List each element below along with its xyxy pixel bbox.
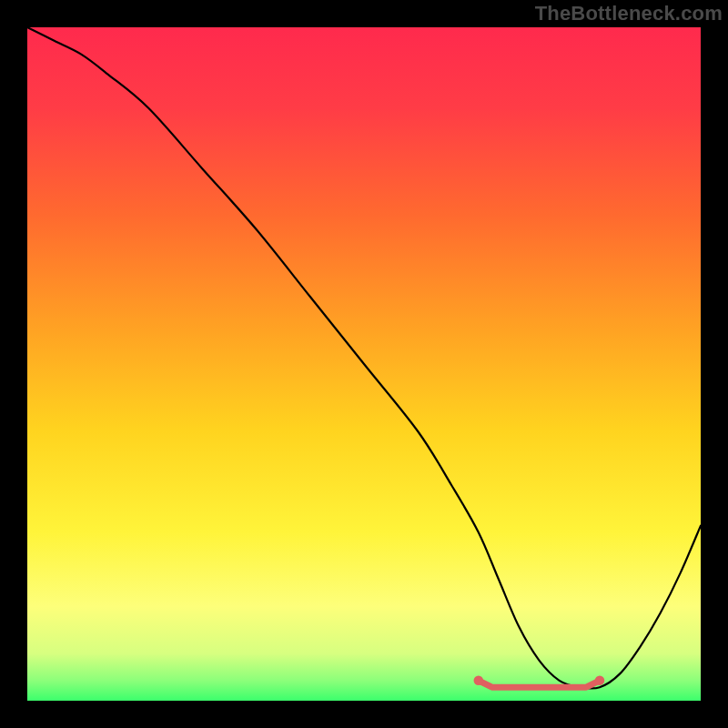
chart-area — [27, 27, 701, 701]
watermark-text: TheBottleneck.com — [535, 2, 723, 25]
svg-point-0 — [474, 676, 484, 686]
chart-svg — [27, 27, 701, 701]
svg-point-1 — [595, 676, 605, 686]
